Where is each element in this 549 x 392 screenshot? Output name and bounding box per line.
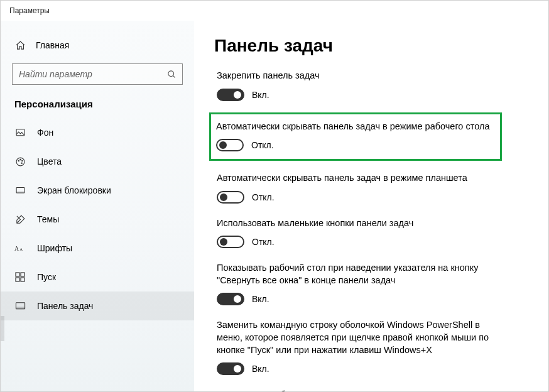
toggle-state-label: Откл.: [252, 192, 274, 202]
sidebar-item-fonts[interactable]: AA Шрифты: [1, 234, 194, 263]
toggle-row: Откл.: [217, 236, 507, 248]
setting-label: Использовать маленькие кнопки панели зад…: [217, 217, 507, 230]
toggle-small_buttons[interactable]: [217, 236, 244, 248]
sidebar-nav: Фон Цвета Экран блокировки: [1, 118, 194, 320]
sidebar-item-label: Темы: [37, 214, 59, 224]
toggle-state-label: Вкл.: [252, 364, 269, 374]
setting-label: Показывать эмблемы на кнопках панели зад…: [217, 389, 507, 391]
lockscreen-icon: [14, 185, 26, 196]
home-icon: [14, 40, 26, 51]
svg-rect-13: [21, 273, 24, 276]
svg-rect-9: [16, 191, 24, 192]
setting-small_buttons: Использовать маленькие кнопки панели зад…: [214, 217, 509, 249]
svg-text:A: A: [14, 245, 19, 252]
settings-window: Параметры Главная Персонализация: [0, 0, 549, 392]
sidebar-item-colors[interactable]: Цвета: [1, 147, 194, 176]
svg-rect-12: [16, 273, 19, 276]
sidebar-item-label: Пуск: [37, 272, 56, 282]
toggle-autohide_desktop[interactable]: [216, 139, 244, 151]
svg-point-6: [21, 160, 22, 161]
palette-icon: [14, 156, 26, 167]
toggle-row: Откл.: [216, 139, 495, 151]
sidebar-item-label: Экран блокировки: [37, 185, 111, 195]
toggle-powershell[interactable]: [217, 362, 244, 375]
titlebar: Параметры: [1, 1, 548, 21]
setting-label: Заменить командную строку оболочкой Wind…: [217, 319, 507, 356]
settings-list: Закрепить панель задачВкл.Автоматически …: [214, 70, 542, 391]
setting-powershell: Заменить командную строку оболочкой Wind…: [214, 319, 509, 375]
toggle-autohide_tablet[interactable]: [217, 191, 244, 204]
sidebar-item-label: Фон: [37, 128, 53, 138]
sidebar-item-start[interactable]: Пуск: [1, 263, 194, 291]
window-title: Параметры: [9, 6, 50, 15]
taskbar-icon: [14, 300, 26, 312]
setting-label: Закрепить панель задач: [217, 70, 507, 82]
toggle-knob: [234, 365, 241, 373]
setting-peek_desktop: Показывать рабочий стол при наведении ук…: [214, 262, 509, 305]
svg-rect-17: [16, 307, 24, 308]
toggle-state-label: Вкл.: [252, 90, 269, 100]
sidebar-item-taskbar[interactable]: Панель задач: [1, 291, 194, 320]
search-input[interactable]: [12, 63, 183, 85]
toggle-row: Вкл.: [217, 362, 507, 375]
setting-badges: Показывать эмблемы на кнопках панели зад…: [214, 389, 509, 391]
section-title: Персонализация: [1, 96, 194, 118]
toggle-state-label: Откл.: [252, 237, 274, 247]
setting-label: Автоматически скрывать панель задач в ре…: [216, 121, 495, 133]
setting-autohide_tablet: Автоматически скрывать панель задач в ре…: [214, 172, 509, 204]
sidebar-item-label: Панель задач: [37, 301, 93, 311]
toggle-knob: [234, 295, 241, 303]
svg-rect-14: [16, 278, 19, 281]
sidebar-item-themes[interactable]: Темы: [1, 205, 194, 234]
setting-label: Показывать рабочий стол при наведении ук…: [217, 262, 507, 286]
svg-point-5: [19, 159, 20, 160]
search-icon[interactable]: [166, 69, 177, 79]
sidebar-item-label: Цвета: [37, 156, 62, 166]
toggle-row: Вкл.: [217, 89, 507, 101]
toggle-knob: [234, 91, 241, 99]
toggle-knob: [220, 193, 227, 201]
svg-line-1: [173, 75, 175, 77]
start-icon: [14, 271, 26, 283]
sidebar-item-lockscreen[interactable]: Экран блокировки: [1, 176, 194, 205]
fonts-icon: AA: [14, 242, 26, 254]
themes-icon: [14, 214, 26, 225]
svg-rect-15: [21, 278, 24, 281]
toggle-state-label: Откл.: [251, 140, 274, 150]
setting-autohide_desktop: Автоматически скрывать панель задач в ре…: [216, 121, 495, 152]
picture-icon: [14, 127, 26, 138]
sidebar-item-label: Шрифты: [37, 243, 72, 253]
sidebar-item-background[interactable]: Фон: [1, 118, 194, 147]
svg-rect-2: [16, 129, 24, 135]
sidebar: Главная Персонализация Фон: [1, 21, 194, 391]
search-wrap: [12, 63, 183, 85]
toggle-knob: [219, 141, 227, 149]
svg-point-7: [21, 162, 21, 163]
svg-point-4: [18, 160, 18, 161]
toggle-lock_taskbar[interactable]: [217, 89, 244, 101]
setting-lock_taskbar: Закрепить панель задачВкл.: [214, 70, 509, 101]
svg-text:A: A: [19, 247, 23, 251]
home-label: Главная: [36, 40, 69, 50]
toggle-knob: [220, 238, 227, 246]
toggle-row: Вкл.: [217, 293, 507, 305]
main-panel: Панель задач Закрепить панель задачВкл.А…: [194, 21, 548, 391]
toggle-state-label: Вкл.: [252, 294, 269, 304]
highlight-annotation: Автоматически скрывать панель задач в ре…: [209, 112, 502, 161]
page-title: Панель задач: [214, 36, 542, 56]
window-body: Главная Персонализация Фон: [1, 21, 548, 391]
toggle-peek_desktop[interactable]: [217, 293, 244, 305]
setting-label: Автоматически скрывать панель задач в ре…: [217, 172, 507, 185]
toggle-row: Откл.: [217, 191, 507, 204]
home-nav[interactable]: Главная: [1, 36, 194, 55]
svg-point-0: [168, 70, 173, 76]
